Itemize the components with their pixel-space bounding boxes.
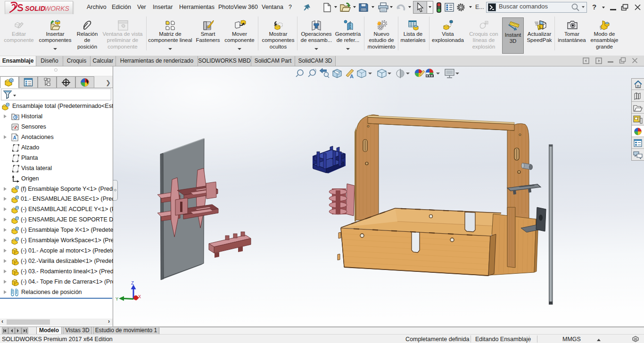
svg-text:Y: Y xyxy=(116,297,118,302)
svg-text:A: A xyxy=(13,135,17,140)
svg-text:A: A xyxy=(350,74,354,79)
svg-text:SOLID: SOLID xyxy=(25,5,45,12)
svg-text:WORKS: WORKS xyxy=(44,5,70,12)
svg-text:X: X xyxy=(138,294,141,300)
svg-text:Z: Z xyxy=(131,281,134,286)
